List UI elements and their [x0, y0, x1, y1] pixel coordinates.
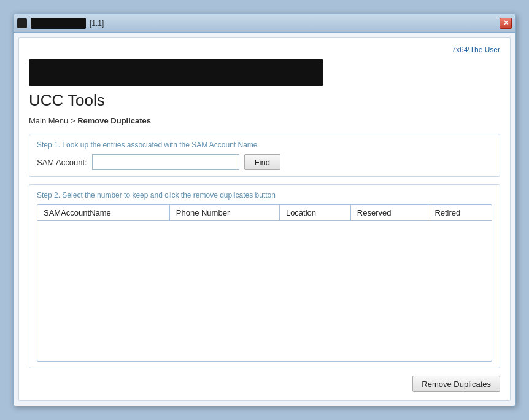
step2-label: Step 2. Select the number to keep and cl…	[37, 191, 492, 200]
find-button[interactable]: Find	[244, 154, 280, 170]
sam-row: SAM Account: Find	[37, 154, 492, 170]
table-header-row: SAMAccountName Phone Number Location Res…	[37, 205, 492, 221]
close-button[interactable]: ✕	[500, 18, 512, 29]
logo-banner	[29, 59, 323, 86]
breadcrumb-current: Remove Duplicates	[77, 116, 151, 125]
results-table-container[interactable]: SAMAccountName Phone Number Location Res…	[37, 204, 492, 362]
sam-input[interactable]	[92, 154, 239, 170]
step1-section: Step 1. Look up the entries associated w…	[29, 134, 500, 177]
breadcrumb-separator: >	[68, 116, 77, 125]
step1-label: Step 1. Look up the entries associated w…	[37, 141, 492, 149]
sam-label: SAM Account:	[37, 158, 87, 167]
user-info: 7x64\The User	[29, 45, 500, 54]
col-reserved: Reserved	[350, 205, 428, 221]
col-samaccountname: SAMAccountName	[37, 205, 169, 221]
titlebar-title	[31, 18, 86, 29]
app-icon	[17, 18, 27, 28]
col-phone-number: Phone Number	[169, 205, 279, 221]
results-table: SAMAccountName Phone Number Location Res…	[37, 205, 492, 221]
titlebar-version: [1.1]	[90, 19, 104, 28]
remove-duplicates-button[interactable]: Remove Duplicates	[412, 376, 500, 392]
main-window: [1.1] ✕ 7x64\The User UCC Tools Main Men…	[13, 14, 516, 406]
bottom-bar: Remove Duplicates	[29, 371, 500, 393]
window-content: 7x64\The User UCC Tools Main Menu > Remo…	[18, 37, 511, 401]
titlebar: [1.1] ✕	[14, 14, 515, 33]
breadcrumb: Main Menu > Remove Duplicates	[29, 116, 500, 125]
app-title: UCC Tools	[29, 91, 500, 110]
col-location: Location	[279, 205, 350, 221]
step2-section: Step 2. Select the number to keep and cl…	[29, 184, 500, 368]
breadcrumb-main: Main Menu	[29, 116, 68, 125]
titlebar-left: [1.1]	[17, 18, 104, 29]
col-retired: Retired	[428, 205, 492, 221]
